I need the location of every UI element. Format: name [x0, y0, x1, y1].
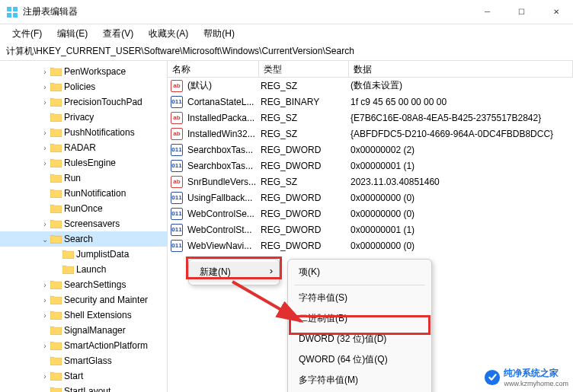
- address-bar[interactable]: 计算机\HKEY_CURRENT_USER\Software\Microsoft…: [0, 43, 573, 61]
- cell-data: 0x00000001 (1): [349, 225, 573, 235]
- ctx-key[interactable]: 项(K): [288, 262, 431, 282]
- list-row[interactable]: ab(默认)REG_SZ(数值未设置): [168, 78, 573, 94]
- ctx-multistring[interactable]: 多字符串值(M): [288, 370, 431, 390]
- tree-node[interactable]: ›SmartActionPlatform: [0, 338, 167, 353]
- menu-file[interactable]: 文件(F): [6, 26, 48, 42]
- expander-icon[interactable]: ›: [40, 98, 50, 107]
- tree-node[interactable]: ›Security and Mainter: [0, 292, 167, 308]
- list-header: 名称 类型 数据: [168, 61, 573, 78]
- tree-node[interactable]: ›Screensavers: [0, 216, 167, 231]
- col-header-name[interactable]: 名称: [168, 61, 259, 77]
- expander-icon[interactable]: ›: [40, 159, 50, 167]
- expander-icon[interactable]: ›: [40, 83, 50, 91]
- expander-icon[interactable]: ›: [40, 220, 50, 228]
- list-body: ab(默认)REG_SZ(数值未设置)011CortanaStateL...RE…: [168, 78, 573, 253]
- expander-icon[interactable]: ›: [40, 129, 50, 137]
- watermark-title: 纯净系统之家: [504, 367, 568, 380]
- tree-node[interactable]: ›PrecisionTouchPad: [0, 94, 167, 110]
- tree-node[interactable]: ›Start: [0, 368, 167, 384]
- tree-node[interactable]: ›Policies: [0, 79, 167, 94]
- ctx-binary[interactable]: 二进制值(B): [288, 308, 431, 329]
- expander-icon[interactable]: ›: [40, 144, 50, 152]
- value-type-icon: ab: [171, 176, 183, 188]
- col-header-type[interactable]: 类型: [259, 61, 349, 77]
- cell-type: REG_SZ: [259, 81, 349, 91]
- tree-node[interactable]: ›PushNotifications: [0, 125, 167, 140]
- expander-icon[interactable]: ›: [40, 68, 50, 76]
- tree-node[interactable]: ›RADAR: [0, 140, 167, 155]
- tree-node[interactable]: SignalManager: [0, 323, 167, 338]
- list-row[interactable]: abSnrBundleVers...REG_SZ2023.11.03.40851…: [168, 174, 573, 190]
- menu-favorites[interactable]: 收藏夹(A): [142, 26, 194, 42]
- cell-data: {E7B6C16E-08A8-4EA5-B425-2375517B2842}: [349, 113, 573, 123]
- watermark: 纯净系统之家 www.kzmyhome.com: [484, 367, 568, 387]
- cell-type: REG_SZ: [259, 129, 349, 139]
- tree-label: Screensavers: [64, 218, 120, 229]
- tree-node[interactable]: RunOnce: [0, 201, 167, 216]
- list-row[interactable]: 011SearchboxTas...REG_DWORD0x00000002 (2…: [168, 142, 573, 158]
- context-submenu[interactable]: 项(K) 字符串值(S) 二进制值(B) DWORD (32 位)值(D) QW…: [287, 259, 432, 392]
- tree-node[interactable]: JumplistData: [0, 247, 167, 262]
- ctx-string[interactable]: 字符串值(S): [288, 288, 431, 308]
- tree-node[interactable]: ›PenWorkspace: [0, 64, 167, 79]
- expander-icon[interactable]: ›: [40, 296, 50, 304]
- cell-type: REG_DWORD: [259, 145, 349, 155]
- cell-data: 0x00000000 (0): [349, 193, 573, 203]
- menu-view[interactable]: 查看(V): [97, 26, 139, 42]
- app-icon: [6, 6, 18, 18]
- menu-help[interactable]: 帮助(H): [197, 26, 241, 42]
- ctx-dword[interactable]: DWORD (32 位)值(D): [288, 329, 431, 349]
- expander-icon[interactable]: ›: [40, 342, 50, 350]
- tree-label: Security and Mainter: [64, 295, 148, 305]
- tree-node[interactable]: RunNotification: [0, 186, 167, 201]
- expander-icon[interactable]: ⌄: [40, 235, 50, 244]
- cell-name: WebControlSt...: [186, 225, 259, 235]
- list-row[interactable]: 011WebControlSt...REG_DWORD0x00000001 (1…: [168, 221, 573, 237]
- cell-name: (默认): [186, 79, 259, 92]
- expander-icon[interactable]: ›: [40, 311, 50, 320]
- registry-tree[interactable]: ›PenWorkspace›Policies›PrecisionTouchPad…: [0, 61, 168, 392]
- list-row[interactable]: 011SearchboxTas...REG_DWORD0x00000001 (1…: [168, 158, 573, 174]
- tree-node[interactable]: SmartGlass: [0, 353, 167, 368]
- tree-label: Privacy: [64, 112, 94, 123]
- list-row[interactable]: 011WebControlSe...REG_DWORD0x00000000 (0…: [168, 206, 573, 221]
- ctx-new[interactable]: 新建(N): [189, 262, 279, 282]
- menu-edit[interactable]: 编辑(E): [51, 26, 94, 42]
- close-button[interactable]: ✕: [539, 0, 573, 24]
- tree-node[interactable]: Launch: [0, 262, 167, 277]
- expander-icon[interactable]: ›: [40, 372, 50, 381]
- cell-data: 0x00000002 (2): [349, 145, 573, 155]
- tree-node[interactable]: ⌄Search: [0, 231, 167, 247]
- cell-name: UsingFallback...: [186, 193, 259, 203]
- tree-node[interactable]: ›Shell Extensions: [0, 308, 167, 323]
- tree-node[interactable]: ›SearchSettings: [0, 277, 167, 292]
- maximize-button[interactable]: ☐: [504, 0, 539, 24]
- cell-name: SearchboxTas...: [186, 161, 259, 171]
- cell-name: WebControlSe...: [186, 209, 259, 219]
- list-row[interactable]: 011CortanaStateL...REG_BINARY1f c9 45 65…: [168, 94, 573, 110]
- cell-name: WebViewNavi...: [186, 241, 259, 251]
- svg-rect-2: [7, 13, 11, 18]
- cell-data: {ABFDFDC5-D210-4669-964A-0DC4FBDB8DCC}: [349, 129, 573, 139]
- tree-label: Search: [64, 234, 93, 244]
- menubar: 文件(F) 编辑(E) 查看(V) 收藏夹(A) 帮助(H): [0, 24, 573, 43]
- tree-label: Policies: [64, 81, 95, 92]
- minimize-button[interactable]: ─: [470, 0, 504, 24]
- tree-node[interactable]: Run: [0, 171, 167, 186]
- tree-label: Start: [64, 371, 83, 381]
- context-menu-new[interactable]: 新建(N): [188, 259, 280, 285]
- tree-node[interactable]: StartLayout: [0, 384, 167, 392]
- value-type-icon: 011: [171, 192, 183, 204]
- ctx-qword[interactable]: QWORD (64 位)值(Q): [288, 349, 431, 370]
- window-title: 注册表编辑器: [23, 5, 470, 18]
- col-header-data[interactable]: 数据: [349, 61, 573, 77]
- expander-icon[interactable]: ›: [40, 281, 50, 289]
- tree-node[interactable]: ›RulesEngine: [0, 155, 167, 171]
- tree-label: SmartGlass: [64, 355, 112, 366]
- tree-node[interactable]: Privacy: [0, 110, 167, 125]
- tree-label: Shell Extensions: [64, 310, 132, 320]
- list-row[interactable]: 011UsingFallback...REG_DWORD0x00000000 (…: [168, 190, 573, 206]
- list-row[interactable]: 011WebViewNavi...REG_DWORD0x00000000 (0): [168, 237, 573, 253]
- list-row[interactable]: abInstalledWin32...REG_SZ{ABFDFDC5-D210-…: [168, 126, 573, 142]
- list-row[interactable]: abInstalledPacka...REG_SZ{E7B6C16E-08A8-…: [168, 110, 573, 126]
